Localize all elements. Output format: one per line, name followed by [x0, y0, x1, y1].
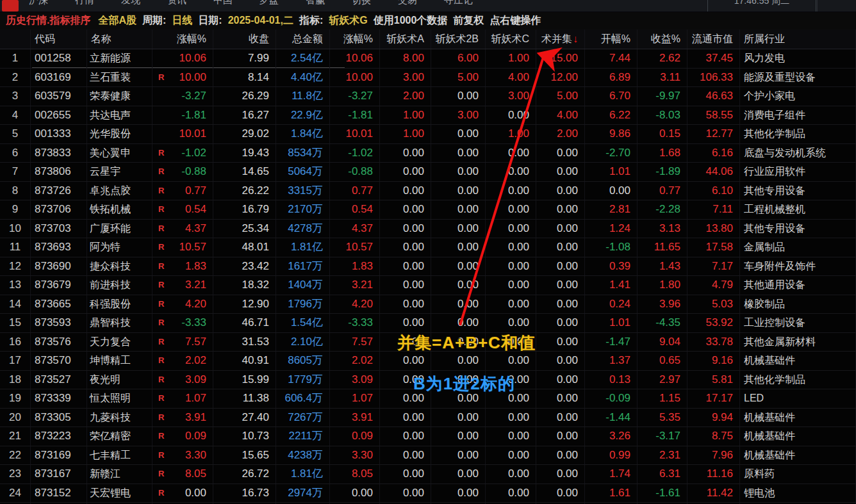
cell-pct2: 7.57	[330, 333, 380, 352]
info-segment[interactable]: 日线	[172, 15, 192, 26]
table-row[interactable]: 15873593鼎智科技-3.33R46.711.54亿-3.330.000.0…	[0, 314, 856, 333]
table-row[interactable]: 6873833美心翼申-1.02R19.438534万-1.020.000.00…	[0, 144, 856, 163]
table-row[interactable]: 23873167新赣江8.05R26.721.81亿8.050.000.000.…	[0, 465, 856, 484]
cell-idx: 11	[0, 238, 31, 257]
header-zy2B[interactable]: 斩妖术2B	[431, 29, 486, 49]
header-gain[interactable]: 收益%	[638, 29, 687, 49]
cell-close: 29.02	[213, 125, 276, 143]
cell-union: 4.00	[536, 106, 585, 125]
menu-item[interactable]: 中国	[213, 0, 233, 6]
cell-open: 0.99	[585, 446, 638, 465]
header-zyC[interactable]: 斩妖术C	[486, 29, 536, 49]
table-row[interactable]: 14873665科强股份4.20R12.901796万4.200.000.000…	[0, 295, 856, 314]
table-row[interactable]: 5001333光华股份10.0129.021.84亿10.011.000.001…	[0, 125, 856, 144]
cell-code: 873167	[31, 465, 87, 484]
table-header: 代码名称涨幅%收盘总金额涨幅%斩妖术A斩妖术2B斩妖术C术并集↓开幅%收益%流通…	[0, 29, 856, 49]
cell-mktcap: 6.10	[687, 182, 740, 200]
cell-pct2: -3.27	[330, 87, 380, 106]
cell-code: 873806	[31, 163, 87, 181]
cell-close: 25.34	[213, 220, 276, 238]
cell-pct2: -0.88	[330, 163, 380, 181]
table-row[interactable]: 9873706铁拓机械0.54R16.792170万0.540.000.000.…	[0, 200, 856, 220]
table-row[interactable]: 10873703广厦环能4.37R25.344278万4.370.000.000…	[0, 220, 856, 239]
cell-zy2B: 0.00	[431, 295, 486, 314]
header-idx[interactable]	[0, 29, 31, 49]
cell-pct2: 1.07	[330, 389, 380, 408]
cell-zyA: 0.00	[380, 465, 431, 484]
menu-item[interactable]: 罗盘	[259, 0, 279, 6]
cell-amount: 22.9亿	[276, 106, 330, 125]
menu-item[interactable]: 寻庄记	[444, 0, 473, 6]
cell-pct2: 4.37	[330, 220, 380, 238]
cell-mktcap: 8.75	[687, 427, 740, 446]
header-pct1[interactable]: 涨幅%	[152, 29, 213, 49]
table-row[interactable]: 1001258立新能源10.067.992.54亿10.068.006.001.…	[0, 49, 856, 69]
table-row[interactable]: 12873690捷众科技1.83R23.421617万1.830.000.000…	[0, 257, 856, 277]
cell-union: 0.00	[536, 314, 585, 332]
cell-open: -1.44	[585, 409, 638, 427]
cell-pct2: 8.05	[330, 465, 380, 484]
cell-idx: 17	[0, 352, 31, 370]
info-segment[interactable]: 2025-04-01,二	[228, 15, 293, 26]
app-logo-icon[interactable]	[2, 0, 19, 12]
cell-union: 0.00	[536, 333, 585, 352]
cell-mktcap: 4.79	[687, 276, 740, 295]
menu-item[interactable]: 智赢	[306, 0, 325, 6]
menu-item[interactable]: 资讯	[167, 0, 186, 6]
margin-trading-badge: R	[158, 333, 164, 352]
annotation-union-note: 并集=A+B+C和值	[397, 332, 536, 354]
table-row[interactable]: 24873152天宏锂电0.00R16.732974万0.000.000.000…	[0, 484, 856, 503]
table-body: 1001258立新能源10.067.992.54亿10.068.006.001.…	[0, 49, 856, 504]
info-segment[interactable]: 斩妖术G	[329, 15, 367, 26]
table-row[interactable]: 17873570坤博精工2.02R40.918605万2.020.000.000…	[0, 352, 856, 371]
header-industry[interactable]: 所属行业	[740, 29, 856, 49]
table-row[interactable]: 3603579荣泰健康-3.2726.2911.8亿-3.272.000.003…	[0, 87, 856, 106]
menu-item[interactable]: 沪深	[29, 0, 48, 6]
cell-pct1: -3.33R	[152, 314, 213, 332]
cell-name: 天力复合	[87, 333, 152, 352]
menu-item[interactable]: 行情	[75, 0, 94, 6]
table-row[interactable]: 21873223荣亿精密0.09R10.732211万0.090.000.000…	[0, 427, 856, 446]
cell-idx: 1	[0, 49, 31, 68]
header-name[interactable]: 名称	[87, 29, 152, 49]
header-code[interactable]: 代码	[31, 29, 87, 49]
margin-trading-badge: R	[158, 276, 164, 295]
cell-mktcap: 5.81	[687, 371, 740, 389]
menu-item[interactable]: 交易	[398, 0, 417, 6]
header-union[interactable]: 术并集↓	[536, 29, 585, 49]
header-zyA[interactable]: 斩妖术A	[380, 29, 431, 49]
cell-open: 1.01	[585, 163, 638, 181]
cell-mktcap: 17.58	[687, 238, 740, 257]
cell-mktcap: 37.45	[687, 49, 740, 68]
cell-zy2B: 0.00	[431, 276, 486, 295]
cell-idx: 23	[0, 465, 31, 484]
table-row[interactable]: 20873305九菱科技3.91R27.407267万3.910.000.000…	[0, 409, 856, 428]
header-open[interactable]: 开幅%	[585, 29, 638, 49]
annotation-b-note: B为1进2标的	[413, 373, 515, 395]
table-row[interactable]: 8873726卓兆点胶0.77R26.223315万0.770.000.000.…	[0, 182, 856, 201]
cell-pct1: 1.83R	[152, 257, 213, 276]
menu-item[interactable]: 发现	[121, 0, 140, 6]
table-row[interactable]: 4002655共达电声-1.8116.2722.9亿-1.811.003.000…	[0, 106, 856, 126]
table-row[interactable]: 13873679前进科技3.21R18.321404万3.210.000.000…	[0, 276, 856, 295]
header-amount[interactable]: 总金额	[276, 29, 330, 49]
table-row[interactable]: 7873806云星宇-0.88R14.655064万-0.880.000.000…	[0, 163, 856, 182]
cell-close: 7.99	[213, 49, 276, 68]
cell-industry: 机械基础件	[740, 409, 856, 427]
menu-item[interactable]: 切换	[352, 0, 371, 6]
table-row[interactable]: 2603169兰石重装10.00R8.144.40亿10.003.005.004…	[0, 69, 856, 88]
cell-name: 立新能源	[87, 49, 152, 68]
info-segment[interactable]: 全部A股	[98, 15, 136, 26]
info-segment: 使用1000个数据	[374, 15, 448, 26]
table-row[interactable]: 22873169七丰精工3.30R15.654238万3.300.000.000…	[0, 446, 856, 466]
header-pct2[interactable]: 涨幅%	[330, 29, 380, 49]
cell-union: 0.00	[536, 200, 585, 219]
cell-pct1: 1.07R	[152, 389, 213, 408]
cell-zyA: 0.00	[380, 409, 431, 427]
table-row[interactable]: 11873693阿为特10.57R48.011.81亿10.570.000.00…	[0, 238, 856, 257]
header-close[interactable]: 收盘	[213, 29, 276, 49]
cell-pct2: -1.02	[330, 144, 380, 163]
cell-pct1: 3.21R	[152, 276, 213, 295]
cell-zyA: 0.00	[380, 200, 431, 219]
header-mktcap[interactable]: 流通市值	[687, 29, 740, 49]
